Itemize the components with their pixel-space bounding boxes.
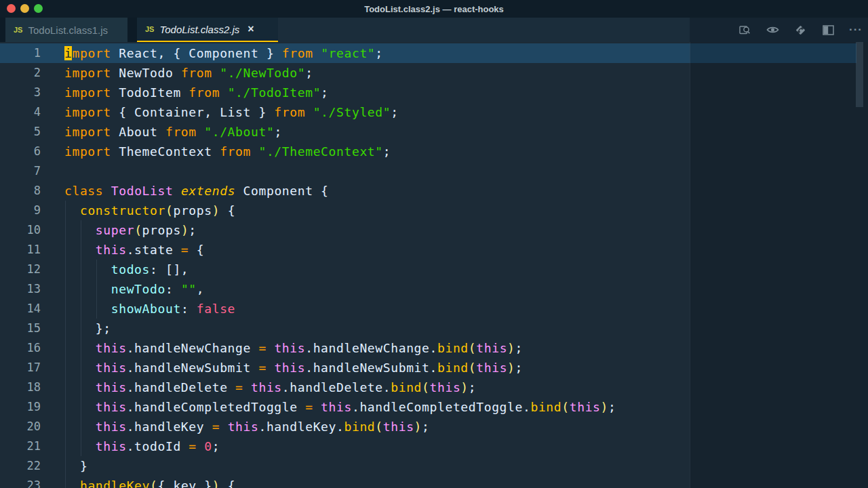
git-compare-icon[interactable] (793, 23, 807, 37)
code-line[interactable]: 3import TodoItem from "./TodoItem"; (0, 83, 868, 102)
line-content: super(props); (64, 220, 197, 240)
code-line[interactable]: 8class TodoList extends Component { (0, 181, 868, 201)
line-number[interactable]: 7 (0, 161, 41, 181)
tab-todolist-class1[interactable]: JS TodoList.class1.js (5, 18, 127, 42)
line-content: this.handleDelete = this.handleDelete.bi… (64, 378, 476, 397)
line-content: class TodoList extends Component { (64, 181, 329, 201)
code-line[interactable]: 13 newTodo: "", (0, 279, 868, 299)
line-number[interactable]: 16 (0, 338, 41, 358)
code-line[interactable]: 17 this.handleNewSubmit = this.handleNew… (0, 358, 868, 378)
line-number[interactable]: 1 (0, 43, 41, 63)
line-content: import ThemeContext from "./ThemeContext… (64, 142, 391, 161)
text-cursor: i (64, 46, 72, 60)
code-line[interactable]: 6import ThemeContext from "./ThemeContex… (0, 142, 868, 161)
line-number[interactable]: 21 (0, 436, 41, 456)
line-number[interactable]: 3 (0, 83, 41, 102)
scrollbar-thumb[interactable] (856, 42, 863, 107)
code-line[interactable]: 1import React, { Component } from "react… (0, 43, 856, 63)
line-content: newTodo: "", (64, 279, 204, 299)
tab-label: TodoList.class1.js (28, 24, 108, 36)
code-line[interactable]: 21 this.todoId = 0; (0, 436, 868, 456)
line-content: this.todoId = 0; (64, 436, 220, 456)
code-line[interactable]: 22 } (0, 456, 868, 476)
line-content: showAbout: false (64, 299, 235, 319)
code-lines: 1import React, { Component } from "react… (0, 43, 868, 488)
code-line[interactable]: 10 super(props); (0, 220, 868, 240)
line-number[interactable]: 4 (0, 102, 41, 122)
line-number[interactable]: 20 (0, 417, 41, 436)
line-content: import React, { Component } from "react"… (64, 43, 383, 63)
line-number[interactable]: 19 (0, 397, 41, 417)
editor-actions: ··· (738, 18, 863, 42)
toggle-preview-eye-icon[interactable] (766, 23, 779, 37)
close-tab-icon[interactable]: × (248, 24, 254, 35)
tab-todolist-class2[interactable]: JS TodoList.class2.js × (137, 18, 278, 42)
line-number[interactable]: 14 (0, 299, 41, 319)
line-content: this.handleCompletedToggle = this.handle… (64, 397, 616, 417)
line-number[interactable]: 12 (0, 260, 41, 279)
line-content: this.handleKey = this.handleKey.bind(thi… (64, 417, 430, 436)
line-content: import TodoItem from "./TodoItem"; (64, 83, 329, 102)
line-content: } (64, 456, 87, 476)
line-number[interactable]: 18 (0, 378, 41, 397)
code-line[interactable]: 4import { Container, List } from "./Styl… (0, 102, 868, 122)
line-number[interactable]: 15 (0, 319, 41, 338)
code-line[interactable]: 14 showAbout: false (0, 299, 868, 319)
titlebar: TodoList.class2.js — react-hooks (0, 0, 868, 18)
line-content: import { Container, List } from "./Style… (64, 102, 399, 122)
line-number[interactable]: 5 (0, 122, 41, 142)
code-line[interactable]: 5import About from "./About"; (0, 122, 868, 142)
window-title: TodoList.class2.js — react-hooks (0, 0, 868, 18)
code-line[interactable]: 12 todos: [], (0, 260, 868, 279)
line-number[interactable]: 22 (0, 456, 41, 476)
line-number[interactable]: 13 (0, 279, 41, 299)
code-line[interactable]: 23 handleKey({ key }) { (0, 476, 868, 488)
code-line[interactable]: 20 this.handleKey = this.handleKey.bind(… (0, 417, 868, 436)
tab-bar: JS TodoList.class1.js JS TodoList.class2… (0, 18, 868, 42)
line-number[interactable]: 6 (0, 142, 41, 161)
code-line[interactable]: 19 this.handleCompletedToggle = this.han… (0, 397, 868, 417)
code-line[interactable]: 11 this.state = { (0, 240, 868, 260)
tab-label: TodoList.class2.js (159, 24, 239, 35)
code-line[interactable]: 18 this.handleDelete = this.handleDelete… (0, 378, 868, 397)
more-actions-icon[interactable]: ··· (849, 23, 863, 37)
line-content: constructor(props) { (64, 201, 235, 220)
line-content: this.handleNewSubmit = this.handleNewSub… (64, 358, 523, 378)
code-line[interactable]: 2import NewTodo from "./NewTodo"; (0, 63, 868, 83)
indent-guide (65, 201, 66, 488)
line-number[interactable]: 10 (0, 220, 41, 240)
line-number[interactable]: 23 (0, 476, 41, 488)
js-file-icon: JS (145, 25, 154, 33)
indent-guide (96, 260, 97, 319)
line-content: import About from "./About"; (64, 122, 282, 142)
js-file-icon: JS (14, 26, 22, 34)
line-content: todos: [], (64, 260, 189, 279)
line-content: import NewTodo from "./NewTodo"; (64, 63, 313, 83)
code-line[interactable]: 15 }; (0, 319, 868, 338)
line-content: handleKey({ key }) { (64, 476, 235, 488)
vscode-window: TodoList.class2.js — react-hooks JS Todo… (0, 0, 868, 488)
code-line[interactable]: 9 constructor(props) { (0, 201, 868, 220)
split-editor-icon[interactable] (821, 23, 835, 37)
line-number[interactable]: 8 (0, 181, 41, 201)
code-editor[interactable]: 1import React, { Component } from "react… (0, 42, 868, 488)
line-number[interactable]: 2 (0, 63, 41, 83)
code-line[interactable]: 16 this.handleNewChange = this.handleNew… (0, 338, 868, 358)
line-number[interactable]: 9 (0, 201, 41, 220)
line-number[interactable]: 17 (0, 358, 41, 378)
line-number[interactable]: 11 (0, 240, 41, 260)
search-editor-icon[interactable] (738, 23, 751, 37)
code-line[interactable]: 7 (0, 161, 868, 181)
line-content: this.handleNewChange = this.handleNewCha… (64, 338, 523, 358)
line-content: }; (64, 319, 111, 338)
line-content: this.state = { (64, 240, 204, 260)
indent-guide (81, 220, 81, 456)
